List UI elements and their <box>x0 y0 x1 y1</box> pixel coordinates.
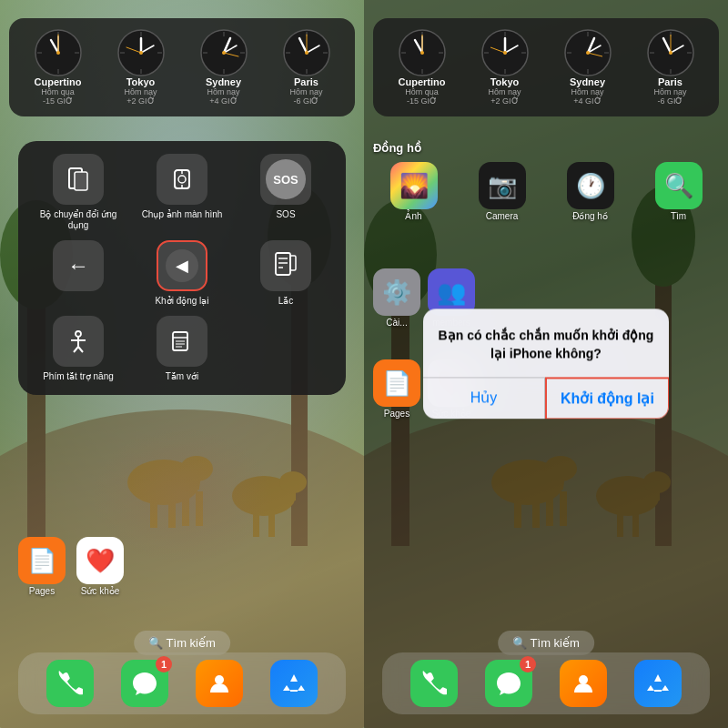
city-tokyo-sub: Hôm nay <box>124 87 157 96</box>
app-find[interactable]: 🔍 Tìm <box>638 162 719 221</box>
alert-confirm-button[interactable]: Khởi động lại <box>545 378 669 420</box>
settings-label: Cài... <box>386 318 407 328</box>
right-dock: 1 <box>382 652 710 714</box>
app-health-left[interactable]: ❤️ Sức khỏe <box>76 537 124 596</box>
camera-icon: 📷 <box>479 162 526 209</box>
right-search-bar[interactable]: 🔍 Tìm kiếm <box>498 631 594 655</box>
cc-sos-label: SOS <box>276 209 295 220</box>
dock-phone-left[interactable] <box>46 660 94 707</box>
r-paris-offset: -6 GIỜ <box>657 96 682 106</box>
pages-icon: 📄 <box>18 537 66 584</box>
r-tokyo-offset: +2 GIỜ <box>490 96 518 106</box>
cc-restart[interactable]: ◀ Khởi động lại <box>135 240 229 307</box>
r-cupertino-label: Cupertino <box>399 76 446 87</box>
svg-rect-15 <box>268 505 275 537</box>
svg-rect-12 <box>190 473 199 490</box>
svg-point-121 <box>586 51 590 55</box>
cc-app-switcher[interactable]: Bộ chuyển đổi ứng dụng <box>31 154 126 231</box>
alert-buttons: Hủy Khởi động lại <box>423 379 669 420</box>
messages-badge-right: 1 <box>520 656 536 672</box>
dock-phone-right[interactable] <box>410 660 458 707</box>
control-center: Bộ chuyển đổi ứng dụng Chụp ảnh màn hình <box>18 141 346 395</box>
app-camera[interactable]: 📷 Camera <box>461 162 542 221</box>
right-search-text: Tìm kiếm <box>531 636 580 650</box>
find-label: Tìm <box>671 211 686 221</box>
cc-back-arrow[interactable]: ← <box>31 240 126 307</box>
svg-rect-55 <box>75 172 87 190</box>
city-sydney-label: Sydney <box>206 76 241 87</box>
r-sydney-label: Sydney <box>570 76 605 87</box>
app-clock[interactable]: 🕐 Đồng hồ <box>550 162 631 221</box>
city-cupertino-sub: Hôm qua <box>41 87 75 96</box>
cc-screenshot[interactable]: Chụp ảnh màn hình <box>135 154 229 231</box>
left-bottom-apps: 📄 Pages ❤️ Sức khỏe <box>18 537 124 596</box>
pages-label: Pages <box>29 586 55 596</box>
clock-tokyo: Tokyo Hôm nay +2 GIỜ <box>105 29 177 106</box>
r-clock-cupertino: Cupertino Hôm qua -15 GIỜ <box>386 29 459 106</box>
alert-body: Bạn có chắc chắn muốn khởi động lại iPho… <box>423 308 669 377</box>
app-settings[interactable]: ⚙️ Cài... <box>373 268 420 328</box>
settings-icon: ⚙️ <box>373 268 420 316</box>
city-tokyo-offset: +2 GIỜ <box>126 96 154 106</box>
r-paris-label: Paris <box>658 76 682 87</box>
r-tokyo-sub: Hôm nay <box>488 87 521 96</box>
dock-contacts-left[interactable] <box>196 660 243 707</box>
pages-label-right: Pages <box>384 409 410 419</box>
cc-restart-label: Khởi động lại <box>155 296 208 307</box>
cc-bath[interactable]: Tắm với <box>135 316 229 382</box>
dock-contacts-right[interactable] <box>560 660 607 707</box>
svg-line-69 <box>78 347 83 352</box>
dock-messages-left[interactable]: 1 <box>121 660 168 707</box>
search-icon-right: 🔍 <box>512 636 527 650</box>
cc-sos[interactable]: SOS SOS <box>238 154 333 231</box>
messages-badge-left: 1 <box>156 656 172 672</box>
left-panel: Cupertino Hôm qua -15 GIỜ Tokyo Hôm nay <box>0 0 364 728</box>
cc-app-switcher-icon <box>53 154 104 205</box>
alert-message: Bạn có chắc chắn muốn khởi động lại iPho… <box>438 327 654 362</box>
svg-rect-7 <box>150 491 157 528</box>
svg-point-26 <box>56 51 60 55</box>
clock-sydney: Sydney Hôm nay +4 GIỜ <box>187 29 260 106</box>
app-pages-left[interactable]: 📄 Pages <box>18 537 66 596</box>
city-sydney-offset: +4 GIỜ <box>209 96 237 106</box>
app-pages-right[interactable]: 📄 Pages <box>373 359 420 419</box>
clock-app-icon: 🕐 <box>567 162 614 209</box>
dock-appstore-left[interactable] <box>270 660 318 707</box>
r-sydney-offset: +4 GIỜ <box>573 96 601 106</box>
right-panel: Cupertino Hôm qua -15 GIỜ Tokyo Hôm nay … <box>364 0 728 728</box>
svg-point-65 <box>76 331 81 337</box>
right-clock-widget: Cupertino Hôm qua -15 GIỜ Tokyo Hôm nay … <box>373 18 719 116</box>
svg-rect-10 <box>196 491 203 526</box>
left-search-bar[interactable]: 🔍 Tìm kiếm <box>134 631 230 655</box>
cc-sos-icon: SOS <box>260 154 311 205</box>
svg-point-57 <box>178 176 186 183</box>
cc-screenshot-icon <box>157 154 207 205</box>
health-label: Sức khỏe <box>81 586 120 596</box>
camera-label: Camera <box>486 211 519 221</box>
photos-label: Ảnh <box>405 211 421 221</box>
cc-shake-icon <box>260 240 311 291</box>
svg-point-6 <box>127 460 200 505</box>
cc-restart-icon: ◀ <box>157 240 207 291</box>
r-paris-sub: Hôm nay <box>653 87 686 96</box>
alert-cancel-button[interactable]: Hủy <box>423 379 545 420</box>
find-icon: 🔍 <box>655 162 703 209</box>
svg-point-130 <box>669 51 672 55</box>
dock-appstore-right[interactable] <box>634 660 682 707</box>
cc-app-switcher-label: Bộ chuyển đổi ứng dụng <box>31 209 126 231</box>
dock-messages-right[interactable]: 1 <box>485 660 532 707</box>
city-tokyo-label: Tokyo <box>126 76 156 87</box>
section-title: Đồng hồ <box>373 141 719 155</box>
cc-accessibility-label: Phím tắt trợ năng <box>43 371 114 382</box>
app-photos[interactable]: 🌄 Ảnh <box>373 162 454 221</box>
svg-point-75 <box>215 675 224 684</box>
r-sydney-sub: Hôm nay <box>571 87 603 96</box>
svg-rect-14 <box>253 505 259 537</box>
cc-bath-icon <box>157 316 207 367</box>
r-cupertino-offset: -15 GIỜ <box>407 96 437 106</box>
city-sydney-sub: Hôm nay <box>207 87 239 96</box>
clock-app-label: Đồng hồ <box>572 211 608 221</box>
city-cupertino-label: Cupertino <box>35 76 82 87</box>
photos-icon: 🌄 <box>390 162 438 209</box>
cc-accessibility[interactable]: Phím tắt trợ năng <box>31 316 126 382</box>
